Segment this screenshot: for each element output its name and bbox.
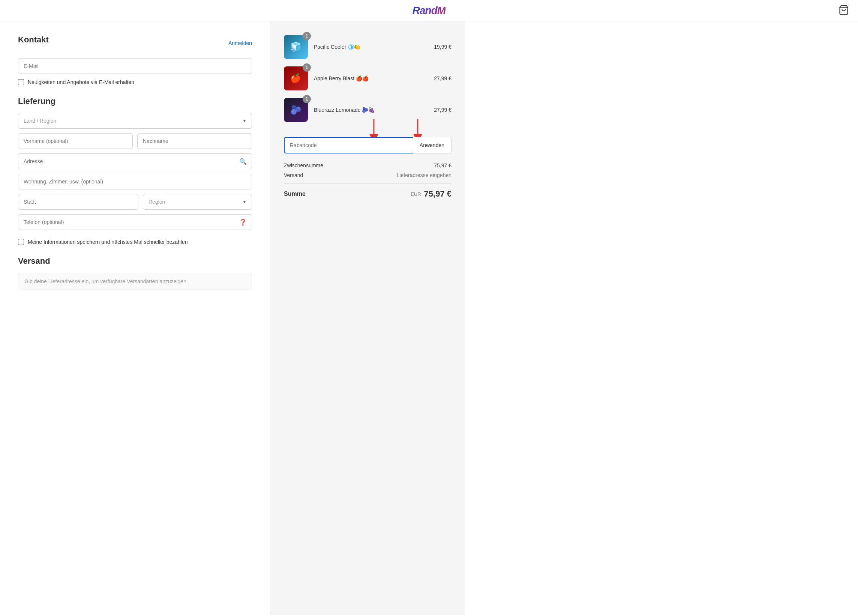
contact-section-header: Kontakt Anmelden bbox=[18, 35, 252, 51]
email-field[interactable] bbox=[18, 58, 252, 74]
shipping-value: Lieferadresse eingeben bbox=[397, 172, 451, 178]
item-image-wrapper: 🍎 1 bbox=[284, 66, 308, 90]
item-price: 27,99 € bbox=[428, 75, 451, 81]
email-group bbox=[18, 58, 252, 74]
newsletter-checkbox[interactable] bbox=[18, 79, 24, 85]
item-quantity-badge: 1 bbox=[303, 32, 311, 40]
country-wrapper: Land / Region ▼ bbox=[18, 113, 252, 129]
item-name: Pacific Cooler 🧊🍋 bbox=[314, 44, 361, 50]
item-details: Pacific Cooler 🧊🍋 bbox=[314, 44, 428, 50]
name-row bbox=[18, 133, 252, 149]
left-panel: Kontakt Anmelden Neuigkeiten und Angebot… bbox=[0, 22, 270, 615]
help-icon: ❓ bbox=[239, 219, 247, 226]
currency-label: EUR bbox=[410, 191, 421, 197]
shipping-title: Versand bbox=[18, 256, 252, 266]
save-info-row: Meine Informationen speichern und nächst… bbox=[18, 239, 252, 245]
delivery-title: Lieferung bbox=[18, 96, 252, 106]
subtotal-label: Zwischensumme bbox=[284, 162, 323, 168]
shipping-info-text: Gib deine Lieferadresse ein, um verfügba… bbox=[24, 278, 188, 285]
address-field[interactable] bbox=[18, 154, 252, 169]
shipping-section: Versand Gib deine Lieferadresse ein, um … bbox=[18, 256, 252, 290]
item-price: 19,99 € bbox=[428, 44, 451, 50]
discount-input[interactable] bbox=[284, 137, 413, 154]
apt-group bbox=[18, 174, 252, 190]
region-select[interactable]: Region bbox=[143, 194, 252, 210]
firstname-field[interactable] bbox=[18, 133, 133, 149]
item-details: Apple Berry Blast 🍎🍎 bbox=[314, 75, 428, 81]
item-name: Bluerazz Lemonade 🫐🍇 bbox=[314, 107, 375, 113]
logo: RandM bbox=[412, 5, 446, 17]
save-info-label: Meine Informationen speichern und nächst… bbox=[28, 239, 188, 245]
cart-icon bbox=[838, 5, 849, 16]
item-quantity-badge: 1 bbox=[303, 64, 311, 72]
order-item: 🍎 1 Apple Berry Blast 🍎🍎 27,99 € bbox=[284, 66, 451, 90]
apply-button[interactable]: Anwenden bbox=[413, 137, 451, 154]
item-price: 27,99 € bbox=[428, 107, 451, 113]
subtotal-row: Zwischensumme 75,97 € bbox=[284, 162, 451, 168]
subtotal-value: 75,97 € bbox=[434, 162, 451, 168]
apt-field[interactable] bbox=[18, 174, 252, 190]
discount-section: Anwenden bbox=[284, 137, 451, 154]
address-group: 🔍 bbox=[18, 154, 252, 169]
header: RandM bbox=[0, 0, 858, 22]
contact-title: Kontakt bbox=[18, 35, 49, 45]
newsletter-row: Neuigkeiten und Angebote via E-Mail erha… bbox=[18, 79, 252, 85]
item-name: Apple Berry Blast 🍎🍎 bbox=[314, 75, 368, 81]
city-region-row: Region ▼ bbox=[18, 194, 252, 210]
city-field[interactable] bbox=[18, 194, 138, 210]
order-item: 🫐 1 Bluerazz Lemonade 🫐🍇 27,99 € bbox=[284, 98, 451, 122]
newsletter-label: Neuigkeiten und Angebote via E-Mail erha… bbox=[28, 79, 134, 85]
item-image-wrapper: 🧊 1 bbox=[284, 35, 308, 59]
totals-section: Zwischensumme 75,97 € Versand Lieferadre… bbox=[284, 162, 451, 199]
lastname-field[interactable] bbox=[137, 133, 252, 149]
right-panel: 🧊 1 Pacific Cooler 🧊🍋 19,99 € 🍎 1 bbox=[270, 22, 465, 615]
anmelden-link[interactable]: Anmelden bbox=[228, 40, 252, 46]
phone-field[interactable] bbox=[18, 214, 252, 230]
order-items: 🧊 1 Pacific Cooler 🧊🍋 19,99 € 🍎 1 bbox=[284, 35, 451, 122]
search-icon: 🔍 bbox=[239, 158, 247, 165]
main-layout: Kontakt Anmelden Neuigkeiten und Angebot… bbox=[0, 22, 858, 615]
shipping-info-box: Gib deine Lieferadresse ein, um verfügba… bbox=[18, 273, 252, 290]
cart-button[interactable] bbox=[838, 5, 849, 17]
total-amount-wrapper: EUR 75,97 € bbox=[410, 189, 451, 199]
item-details: Bluerazz Lemonade 🫐🍇 bbox=[314, 107, 428, 113]
item-quantity-badge: 1 bbox=[303, 95, 311, 103]
order-item: 🧊 1 Pacific Cooler 🧊🍋 19,99 € bbox=[284, 35, 451, 59]
total-label: Summe bbox=[284, 191, 306, 198]
phone-group: ❓ bbox=[18, 214, 252, 230]
total-row: Summe EUR 75,97 € bbox=[284, 184, 451, 199]
shipping-row: Versand Lieferadresse eingeben bbox=[284, 172, 451, 178]
save-info-checkbox[interactable] bbox=[18, 239, 24, 245]
delivery-section: Lieferung Land / Region ▼ 🔍 bbox=[18, 96, 252, 230]
country-select[interactable]: Land / Region bbox=[18, 113, 252, 129]
total-amount: 75,97 € bbox=[424, 189, 451, 199]
item-image-wrapper: 🫐 1 bbox=[284, 98, 308, 122]
shipping-label: Versand bbox=[284, 172, 303, 178]
